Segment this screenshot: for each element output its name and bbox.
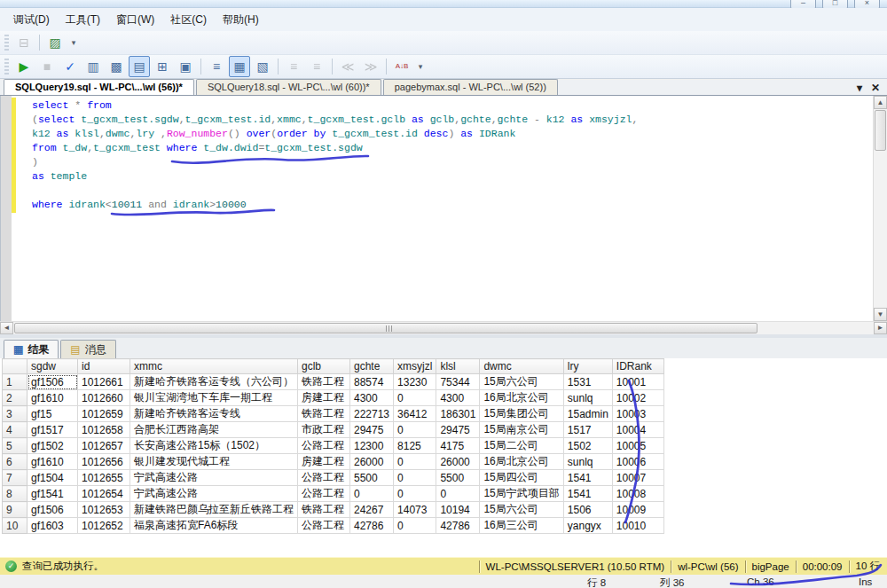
results-to-text-button[interactable]: ≡ (206, 56, 227, 77)
grid-cell[interactable]: 16局北京公司 (480, 454, 563, 470)
grid-cell[interactable]: 0 (394, 470, 436, 486)
grid-cell[interactable]: 10009 (612, 502, 663, 518)
row-header[interactable]: 10 (3, 518, 27, 534)
grid-cell[interactable]: 0 (394, 518, 436, 534)
parse-button[interactable]: ✓ (59, 56, 81, 77)
scroll-right-icon[interactable]: ► (874, 322, 887, 334)
grid-cell[interactable]: 1012661 (78, 374, 130, 390)
grid-cell[interactable]: 10003 (612, 406, 663, 422)
toolbar-overflow-button[interactable]: ▾ (67, 32, 80, 53)
grid-cell[interactable]: 新建铁路巴颜乌拉至新丘铁路工程 (130, 502, 298, 518)
grid-cell[interactable]: gf1506 (27, 502, 78, 518)
grid-cell[interactable]: 15局六公司 (480, 502, 563, 518)
grid-cell[interactable]: 42786 (436, 518, 480, 534)
grid-cell[interactable]: gf1502 (27, 438, 78, 454)
grid-cell[interactable]: 0 (394, 390, 436, 406)
grid-cell[interactable]: gf15 (27, 406, 78, 422)
horizontal-scroll-thumb[interactable] (14, 323, 757, 333)
grid-cell[interactable]: 新建哈齐铁路客运专线 (130, 406, 298, 422)
grid-cell[interactable]: 铁路工程 (298, 502, 350, 518)
grid-cell[interactable]: 16局三公司 (480, 518, 563, 534)
grid-cell[interactable]: 15局集团公司 (480, 406, 563, 422)
grid-cell[interactable]: 24267 (350, 502, 394, 518)
row-header[interactable]: 8 (3, 486, 27, 502)
export-image-button[interactable]: ▨ (44, 32, 66, 53)
template-params-button[interactable]: ⊞ (152, 56, 173, 77)
toolbar-grip[interactable] (4, 35, 9, 51)
grid-cell[interactable]: 银川宝湖湾地下车库一期工程 (130, 390, 298, 406)
grid-cell[interactable]: 10010 (612, 518, 663, 534)
grid-cell[interactable]: 宁武高速公路 (130, 470, 298, 486)
grid-cell[interactable]: yangyx (563, 518, 612, 534)
results-to-file-button[interactable]: ▧ (252, 56, 273, 77)
scroll-up-icon[interactable]: ▲ (874, 96, 887, 109)
column-header-xmsyjzl[interactable]: xmsyjzl (394, 359, 436, 374)
grid-cell[interactable]: 长安高速公路15标（1502） (130, 438, 298, 454)
grid-cell[interactable]: 4300 (436, 390, 480, 406)
column-header-dwmc[interactable]: dwmc (480, 359, 563, 374)
grid-cell[interactable]: 1506 (563, 502, 612, 518)
grid-cell[interactable]: 0 (394, 422, 436, 438)
scroll-down-icon[interactable]: ▼ (874, 308, 887, 321)
tab-sqlquery19[interactable]: SQLQuery19.sql - WL-PC\...\wl (56))* (4, 79, 194, 95)
column-header-idrank[interactable]: IDRank (612, 359, 663, 374)
tab-pagebymax[interactable]: pagebymax.sql - WL-PC\...\wl (52)) (383, 79, 558, 95)
row-header[interactable]: 1 (3, 374, 27, 390)
grid-cell[interactable]: 铁路工程 (298, 406, 350, 422)
grid-cell[interactable]: 0 (436, 486, 480, 502)
grid-cell[interactable]: 1517 (563, 422, 612, 438)
column-header-gchte[interactable]: gchte (350, 359, 394, 374)
row-header[interactable]: 3 (3, 406, 27, 422)
grid-cell[interactable]: 8125 (394, 438, 436, 454)
grid-cell[interactable]: 1012657 (78, 438, 130, 454)
grid-cell[interactable]: 新建哈齐铁路客运专线（六公司） (130, 374, 298, 390)
grid-cell[interactable]: sunlq (563, 390, 612, 406)
grid-cell[interactable]: gf1541 (27, 486, 78, 502)
tab-close-icon[interactable]: ✕ (871, 82, 880, 94)
column-header-id[interactable]: id (78, 359, 130, 374)
grid-cell[interactable]: 10006 (612, 454, 663, 470)
column-header-gclb[interactable]: gclb (298, 359, 350, 374)
grid-cell[interactable]: 1012656 (78, 454, 130, 470)
grid-cell[interactable]: gf1506 (27, 374, 78, 390)
grid-cell[interactable]: 1541 (563, 486, 612, 502)
sort-button[interactable]: A↓B (391, 56, 412, 77)
grid-cell[interactable]: 5500 (436, 470, 480, 486)
execute-button[interactable]: ▶ (13, 56, 35, 77)
grid-cell[interactable]: 29475 (436, 422, 480, 438)
grid-cell[interactable]: 4175 (436, 438, 480, 454)
grid-cell[interactable]: gf1610 (27, 454, 78, 470)
grid-cell[interactable]: 公路工程 (298, 470, 350, 486)
grid-cell[interactable]: 36412 (394, 406, 436, 422)
show-results-pane-button[interactable]: ▤ (129, 56, 150, 77)
grid-cell[interactable]: 15局二公司 (480, 438, 563, 454)
results-to-grid-button[interactable]: ▦ (229, 56, 250, 77)
grid-cell[interactable]: 铁路工程 (298, 374, 350, 390)
grid-cell[interactable]: gf1610 (27, 390, 78, 406)
tab-messages[interactable]: ▤ 消息 (60, 340, 115, 358)
grid-cell[interactable]: 15局宁武项目部 (480, 486, 563, 502)
grid-cell[interactable]: 10004 (612, 422, 663, 438)
grid-cell[interactable]: 75344 (436, 374, 480, 390)
grid-corner-cell[interactable] (3, 359, 27, 374)
row-header[interactable]: 4 (3, 422, 27, 438)
grid-cell[interactable]: 4300 (350, 390, 394, 406)
grid-cell[interactable]: 14073 (394, 502, 436, 518)
menu-community[interactable]: 社区(C) (162, 10, 215, 30)
toolbar-grip[interactable] (4, 59, 9, 74)
grid-cell[interactable]: sunlq (563, 454, 612, 470)
tab-results[interactable]: ▦ 结果 (4, 340, 59, 358)
grid-cell[interactable]: 12300 (350, 438, 394, 454)
grid-cell[interactable]: 1531 (563, 374, 612, 390)
menu-debug[interactable]: 调试(D) (5, 10, 58, 30)
grid-cell[interactable]: 13230 (394, 374, 436, 390)
grid-cell[interactable]: 公路工程 (298, 438, 350, 454)
grid-cell[interactable]: 0 (350, 486, 394, 502)
grid-cell[interactable]: 1012659 (78, 406, 130, 422)
grid-cell[interactable]: gf1603 (27, 518, 78, 534)
grid-cell[interactable]: 1012652 (78, 518, 130, 534)
grid-cell[interactable]: gf1504 (27, 470, 78, 486)
grid-cell[interactable]: 26000 (436, 454, 480, 470)
row-header[interactable]: 9 (3, 502, 27, 518)
menu-window[interactable]: 窗口(W) (108, 10, 162, 30)
